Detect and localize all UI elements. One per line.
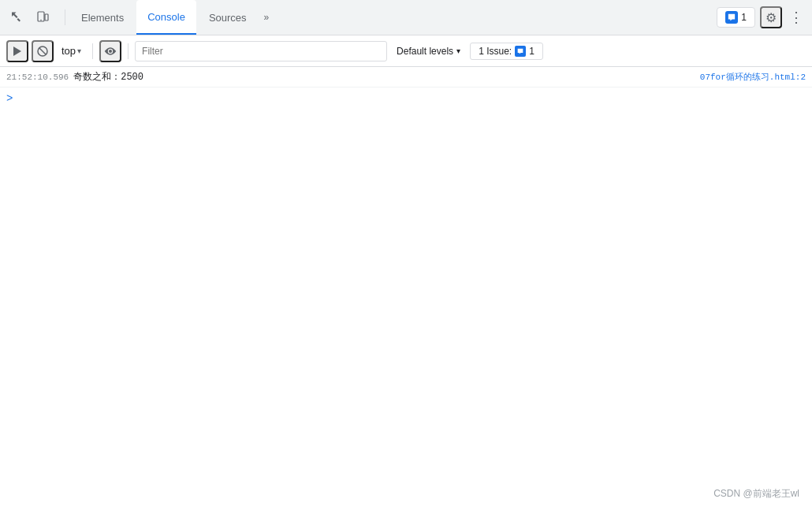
context-selector[interactable]: top ▾ [57,43,86,58]
tab-bar: Elements Console Sources » 1 ⚙ ⋮ [0,0,812,35]
log-levels-btn[interactable]: Default levels ▾ [390,43,467,59]
device-icon [36,11,49,24]
log-message: 奇数之和：2500 [73,70,700,84]
tab-sources[interactable]: Sources [198,0,258,35]
toolbar-divider [92,43,93,59]
console-output: 21:52:10.596 奇数之和：2500 07for循环的练习.html:2… [0,67,812,110]
console-main: 21:52:10.596 奇数之和：2500 07for循环的练习.html:2… [0,67,812,510]
live-expressions-btn[interactable] [99,40,121,62]
prompt-chevron-icon[interactable]: > [6,92,13,105]
gear-icon: ⚙ [765,10,777,25]
stop-btn[interactable] [32,40,54,62]
toolbar-icons [6,6,54,28]
stop-icon [37,46,48,57]
issue-count: 1 [529,46,535,57]
tab-console[interactable]: Console [136,0,196,35]
svg-point-2 [40,20,42,21]
tab-elements[interactable]: Elements [70,0,135,35]
svg-point-6 [109,50,112,53]
more-icon: ⋮ [789,9,803,26]
toolbar-divider-2 [128,43,129,59]
watermark: CSDN @前端老王wl [713,487,799,501]
issue-icon [515,46,526,57]
tab-bar-right: 1 ⚙ ⋮ [717,6,806,28]
log-timestamp: 21:52:10.596 [6,73,69,82]
badge-count: 1 [741,12,747,23]
svg-rect-1 [45,14,48,20]
messages-badge-btn[interactable]: 1 [717,7,755,28]
issue-label: 1 Issue: [479,46,512,57]
device-toggle-btn[interactable] [32,6,54,28]
console-toolbar: top ▾ Default levels ▾ 1 Issue: 1 [0,35,812,67]
execute-icon [12,46,23,57]
inspect-icon-btn[interactable] [6,6,28,28]
svg-line-5 [39,48,46,54]
svg-marker-3 [13,47,21,56]
levels-label: Default levels [397,46,453,57]
levels-arrow: ▾ [456,47,460,55]
filter-input[interactable] [135,41,387,61]
tab-more-btn[interactable]: » [259,9,274,26]
inspect-icon [11,11,24,24]
more-options-btn[interactable]: ⋮ [787,6,806,28]
log-source-link[interactable]: 07for循环的练习.html:2 [700,71,806,83]
tab-divider [65,9,65,25]
settings-btn[interactable]: ⚙ [760,6,782,28]
execute-btn[interactable] [6,40,28,62]
context-arrow: ▾ [77,47,81,55]
issues-badge-btn[interactable]: 1 Issue: 1 [470,43,543,60]
message-icon [725,11,738,24]
eye-icon-svg [104,45,117,58]
log-entry-0: 21:52:10.596 奇数之和：2500 07for循环的练习.html:2 [0,67,812,87]
context-label: top [61,45,76,57]
console-prompt: > [0,87,812,110]
